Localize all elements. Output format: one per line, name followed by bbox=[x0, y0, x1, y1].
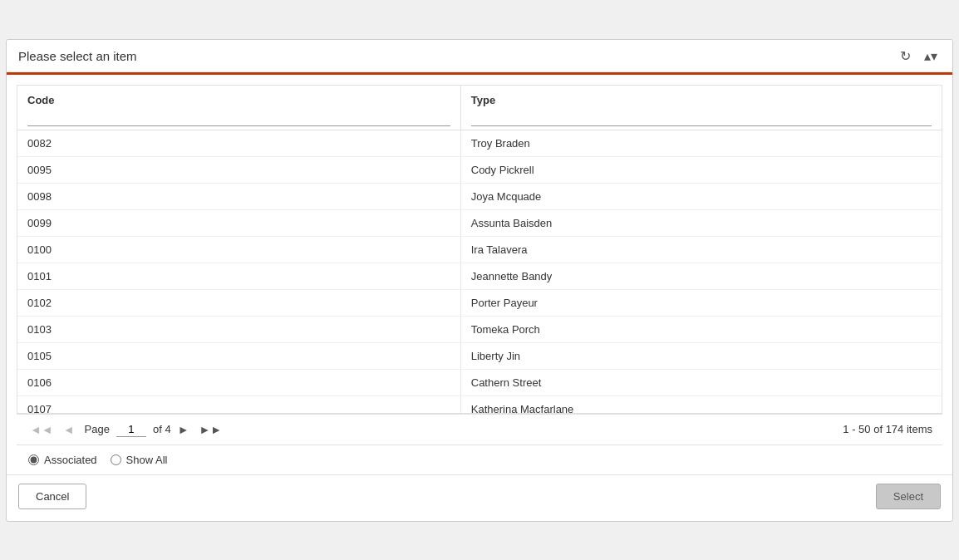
dialog-title: Please select an item bbox=[18, 49, 137, 63]
associated-radio[interactable] bbox=[28, 454, 39, 465]
table-row[interactable]: 0095 Cody Pickrell bbox=[17, 157, 942, 184]
cell-type: Porter Payeur bbox=[461, 290, 942, 316]
refresh-icon: ↻ bbox=[900, 49, 911, 63]
column-header-code: Code bbox=[17, 86, 461, 130]
pagination-left: ◄◄ ◄ Page of 4 ► ►► bbox=[27, 421, 225, 438]
table-row[interactable]: 0100 Ira Talavera bbox=[17, 237, 942, 263]
select-item-dialog: Please select an item ↻ ▴▾ Code bbox=[6, 39, 953, 522]
pagination-bar: ◄◄ ◄ Page of 4 ► ►► 1 - 50 of 174 items bbox=[17, 414, 942, 445]
cell-type: Jeannette Bandy bbox=[461, 263, 942, 289]
cell-code: 0102 bbox=[17, 290, 461, 316]
select-button[interactable]: Select bbox=[876, 484, 941, 509]
table-row[interactable]: 0105 Liberty Jin bbox=[17, 343, 942, 370]
type-column-label: Type bbox=[471, 94, 495, 106]
cell-code: 0099 bbox=[17, 210, 461, 236]
table-row[interactable]: 0099 Assunta Baisden bbox=[17, 210, 942, 237]
table-row[interactable]: 0107 Katherina Macfarlane bbox=[17, 396, 942, 413]
prev-page-button[interactable]: ◄ bbox=[60, 421, 78, 438]
pagination-summary: 1 - 50 of 174 items bbox=[843, 423, 932, 435]
dialog-footer: Cancel Select bbox=[7, 474, 952, 521]
filter-radio-bar: Associated Show All bbox=[17, 445, 942, 474]
table-header: Code Type bbox=[17, 86, 942, 130]
code-filter-input[interactable] bbox=[27, 110, 450, 126]
cell-code: 0098 bbox=[17, 184, 461, 209]
cell-type: Cody Pickrell bbox=[461, 157, 942, 183]
type-filter-wrap bbox=[471, 110, 932, 126]
last-page-button[interactable]: ►► bbox=[196, 421, 226, 438]
header-icons: ↻ ▴▾ bbox=[897, 47, 941, 66]
table-row[interactable]: 0106 Cathern Street bbox=[17, 370, 942, 396]
cell-type: Assunta Baisden bbox=[461, 210, 942, 236]
show-all-label: Show All bbox=[126, 454, 168, 466]
code-column-label: Code bbox=[27, 94, 55, 106]
cell-code: 0100 bbox=[17, 237, 461, 263]
cell-type: Cathern Street bbox=[461, 370, 942, 395]
table-container: Code Type 0082 Troy Braden 0095 Cod bbox=[17, 85, 942, 414]
page-of-label: of 4 bbox=[153, 423, 171, 435]
first-page-button[interactable]: ◄◄ bbox=[27, 421, 57, 438]
table-row[interactable]: 0103 Tomeka Porch bbox=[17, 317, 942, 343]
next-page-button[interactable]: ► bbox=[175, 421, 193, 438]
show-all-radio[interactable] bbox=[111, 454, 121, 465]
cell-type: Tomeka Porch bbox=[461, 317, 942, 342]
associated-label: Associated bbox=[44, 454, 97, 466]
table-row[interactable]: 0101 Jeannette Bandy bbox=[17, 263, 942, 290]
table-row[interactable]: 0082 Troy Braden bbox=[17, 130, 942, 157]
cell-code: 0107 bbox=[17, 396, 461, 413]
type-filter-input[interactable] bbox=[471, 110, 932, 126]
cell-code: 0106 bbox=[17, 370, 461, 395]
show-all-radio-label[interactable]: Show All bbox=[111, 454, 168, 466]
page-label: Page bbox=[85, 423, 110, 435]
chevron-icon: ▴▾ bbox=[924, 49, 937, 63]
collapse-button[interactable]: ▴▾ bbox=[921, 47, 941, 66]
associated-radio-label[interactable]: Associated bbox=[28, 454, 97, 466]
cancel-button[interactable]: Cancel bbox=[18, 484, 86, 509]
table-row[interactable]: 0098 Joya Mcquade bbox=[17, 184, 942, 210]
cell-type: Katherina Macfarlane bbox=[461, 396, 942, 413]
dialog-header: Please select an item ↻ ▴▾ bbox=[7, 40, 952, 75]
cell-code: 0103 bbox=[17, 317, 461, 342]
cell-type: Liberty Jin bbox=[461, 343, 942, 369]
cell-type: Joya Mcquade bbox=[461, 184, 942, 209]
table-row[interactable]: 0102 Porter Payeur bbox=[17, 290, 942, 317]
cell-code: 0082 bbox=[17, 130, 461, 156]
code-filter-wrap bbox=[27, 110, 450, 126]
dialog-body: Code Type 0082 Troy Braden 0095 Cod bbox=[7, 85, 952, 474]
refresh-button[interactable]: ↻ bbox=[897, 47, 914, 66]
cell-type: Troy Braden bbox=[461, 130, 942, 156]
cell-code: 0101 bbox=[17, 263, 461, 289]
cell-type: Ira Talavera bbox=[461, 237, 942, 263]
cell-code: 0095 bbox=[17, 157, 461, 183]
column-header-type: Type bbox=[461, 86, 942, 130]
page-number-input[interactable] bbox=[116, 422, 146, 437]
table-body: 0082 Troy Braden 0095 Cody Pickrell 0098… bbox=[17, 130, 942, 413]
cell-code: 0105 bbox=[17, 343, 461, 369]
